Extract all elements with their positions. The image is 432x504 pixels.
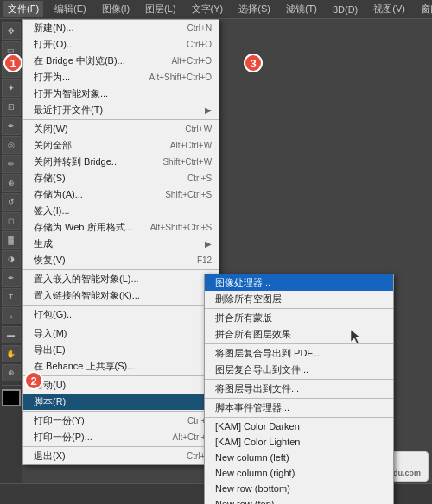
file-menu-item-__________k____[interactable]: 置入链接的智能对象(K)... — [23, 287, 219, 304]
script-item-__________[interactable]: 脚本事件管理器... — [205, 400, 393, 416]
file-menu-item-_______t_[interactable]: 最近打开文件(T)▶ — [23, 102, 219, 118]
menu-divider-28 — [23, 411, 219, 412]
script-item-new_row__top_[interactable]: New row (top) — [205, 496, 393, 504]
file-menu-item-___v_[interactable]: 恢复(V)F12 — [23, 252, 219, 268]
tool-move[interactable]: ✥ — [2, 22, 21, 40]
menu-item-label: 生成 — [34, 237, 53, 250]
menu-shortcut: Alt+Ctrl+W — [170, 141, 212, 150]
menu-select[interactable]: 选择(S) — [234, 1, 275, 17]
file-menu-item-___e_[interactable]: 导出(E)▶ — [23, 342, 219, 358]
file-menu-item-___r_[interactable]: 脚本(R)▶ — [23, 394, 219, 410]
tool-brush[interactable]: ✏ — [2, 155, 21, 173]
file-menu-item-__[interactable]: 生成▶ — [23, 236, 219, 252]
ps-background: 文件(F) 编辑(E) 图像(I) 图层(L) 文字(Y) 选择(S) 滤镜(T… — [0, 0, 432, 504]
menu-item-label: 打印一份(Y) — [34, 414, 85, 427]
menu-item-label: 置入链接的智能对象(K)... — [34, 289, 140, 302]
menu-shortcut: Shift+Ctrl+S — [165, 190, 212, 199]
script-item-new_column__right_[interactable]: New column (right) — [205, 465, 393, 481]
menu-edit[interactable]: 编辑(E) — [50, 1, 91, 17]
file-menu-item-__________[interactable]: 打开为智能对象... — [23, 85, 219, 102]
tool-text[interactable]: T — [2, 288, 21, 306]
menu-divider-21 — [23, 324, 219, 324]
menu-layer[interactable]: 图层(L) — [141, 1, 180, 17]
menu-view[interactable]: 视图(V) — [369, 1, 410, 17]
script-item-new_column__left_[interactable]: New column (left) — [205, 450, 393, 465]
file-menu-item-___i____[interactable]: 签入(I)... — [23, 203, 219, 219]
tool-spot-heal[interactable]: ◎ — [2, 136, 21, 154]
tool-hand[interactable]: ✋ — [2, 345, 21, 362]
script-item-____________[interactable]: 图层复合导出到文件... — [205, 362, 393, 378]
tool-path[interactable]: ⟁ — [2, 307, 21, 324]
file-menu-item-______bridge___[interactable]: 关闭并转到 Bridge...Shift+Ctrl+W — [23, 154, 219, 170]
menu-item-label: 关闭全部 — [34, 139, 72, 152]
menu-item-label: 存储为(A)... — [34, 188, 83, 201]
tool-shape[interactable]: ▬ — [2, 326, 21, 343]
menu-item-label: 退出(X) — [34, 450, 66, 463]
script-item-_kam__color_darken[interactable]: [KAM] Color Darken — [205, 419, 393, 434]
submenu-arrow-icon: ▶ — [205, 105, 212, 115]
script-item-________[interactable]: 图像处理器... — [205, 274, 393, 291]
script-item-_______[interactable]: 删除所有空图层 — [205, 291, 393, 307]
script-item-new_row__bottom_[interactable]: New row (bottom) — [205, 481, 393, 496]
file-menu-item-______[interactable]: 打开为...Alt+Shift+Ctrl+O — [23, 69, 219, 85]
submenu-divider-5 — [205, 343, 393, 344]
foreground-color[interactable] — [2, 389, 21, 406]
script-item-_________pdf___[interactable]: 将图层复合导出到 PDF... — [205, 345, 393, 362]
tool-eraser[interactable]: ◻ — [2, 212, 21, 230]
menu-item-label: 在 Behance 上共享(S)... — [34, 360, 135, 373]
tool-history[interactable]: ↺ — [2, 193, 21, 211]
menu-item-label: 在 Bridge 中浏览(B)... — [34, 54, 125, 67]
tool-pen[interactable]: ✒ — [2, 269, 21, 287]
tool-eyedropper[interactable]: ✒ — [2, 117, 21, 135]
menu-shortcut: Ctrl+S — [187, 173, 212, 183]
script-item-___________[interactable]: 将图层导出到文件... — [205, 381, 393, 397]
file-menu-item-__bridge_____b____[interactable]: 在 Bridge 中浏览(B)...Alt+Ctrl+O — [23, 53, 219, 69]
file-menu-item-__behance_____s____[interactable]: 在 Behance 上共享(S)... — [23, 358, 219, 375]
menu-file[interactable]: 文件(F) — [3, 1, 43, 17]
file-menu-item-____[interactable]: 关闭全部Alt+Ctrl+W — [23, 137, 219, 154]
menu-shortcut: F12 — [197, 255, 212, 265]
submenu-divider-12 — [205, 417, 393, 418]
tool-dodge[interactable]: ◑ — [2, 250, 21, 268]
tool-magic-wand[interactable]: ✦ — [2, 79, 21, 97]
file-menu-item-__________l____[interactable]: 置入嵌入的智能对象(L)... — [23, 271, 219, 287]
file-menu-item-___x_[interactable]: 退出(X)Ctrl+Q — [23, 448, 219, 464]
tool-clone[interactable]: ⊕ — [2, 174, 21, 192]
file-menu-item-_____y_[interactable]: 打印一份(Y)Ctrl+P — [23, 413, 219, 429]
file-menu-item-___m_[interactable]: 导入(M)▶ — [23, 325, 219, 342]
menu-item-label: 关闭(W) — [34, 123, 68, 135]
menu-shortcut: Ctrl+W — [185, 124, 212, 134]
tool-zoom[interactable]: ⊕ — [2, 364, 21, 381]
menu-3d[interactable]: 3D(D) — [328, 3, 362, 16]
file-menu-item-_____p____[interactable]: 打印一份(P)...Alt+Ctrl+P — [23, 429, 219, 445]
menu-item-label: 存储(S) — [34, 172, 66, 185]
file-menu-item-___s_[interactable]: 存储(S)Ctrl+S — [23, 170, 219, 186]
menu-item-label: 打包(G)... — [34, 308, 74, 321]
tool-crop[interactable]: ⊡ — [2, 98, 21, 116]
menu-divider-6 — [23, 119, 219, 120]
menu-window[interactable]: 窗口(W) — [416, 1, 432, 17]
file-menu-item-___u_[interactable]: 自动(U)▶ — [23, 377, 219, 394]
script-item-_kam__color_lighten[interactable]: [KAM] Color Lighten — [205, 434, 393, 450]
tool-gradient[interactable]: ▓ — [2, 231, 21, 249]
file-menu-item-___o____[interactable]: 打开(O)...Ctrl+O — [23, 36, 219, 53]
script-item-________[interactable]: 拼合所有图层效果 — [205, 326, 393, 343]
submenu-divider-10 — [205, 398, 393, 399]
file-menu-item-___n____[interactable]: 新建(N)...Ctrl+N — [23, 20, 219, 36]
file-menu-item-___w_[interactable]: 关闭(W)Ctrl+W — [23, 121, 219, 137]
file-menu-item-___g____[interactable]: 打包(G)... — [23, 306, 219, 323]
menu-shortcut: Ctrl+O — [187, 40, 212, 49]
menu-filter[interactable]: 滤镜(T) — [282, 1, 321, 17]
script-item-______[interactable]: 拼合所有蒙版 — [205, 310, 393, 326]
script-submenu[interactable]: 图像处理器...删除所有空图层拼合所有蒙版拼合所有图层效果将图层复合导出到 PD… — [204, 274, 394, 504]
menu-image[interactable]: 图像(I) — [98, 1, 134, 17]
menu-item-label: 打开(O)... — [34, 38, 74, 51]
menu-text[interactable]: 文字(Y) — [187, 1, 228, 17]
submenu-divider-2 — [205, 308, 393, 309]
menu-item-label: 导入(M) — [34, 327, 67, 340]
menu-shortcut: Alt+Ctrl+O — [171, 56, 212, 66]
file-menu[interactable]: 新建(N)...Ctrl+N打开(O)...Ctrl+O在 Bridge 中浏览… — [22, 19, 219, 465]
file-menu-item-____a____[interactable]: 存储为(A)...Shift+Ctrl+S — [23, 186, 219, 203]
menu-item-label: 恢复(V) — [34, 254, 66, 267]
file-menu-item-____web________[interactable]: 存储为 Web 所用格式...Alt+Shift+Ctrl+S — [23, 219, 219, 236]
